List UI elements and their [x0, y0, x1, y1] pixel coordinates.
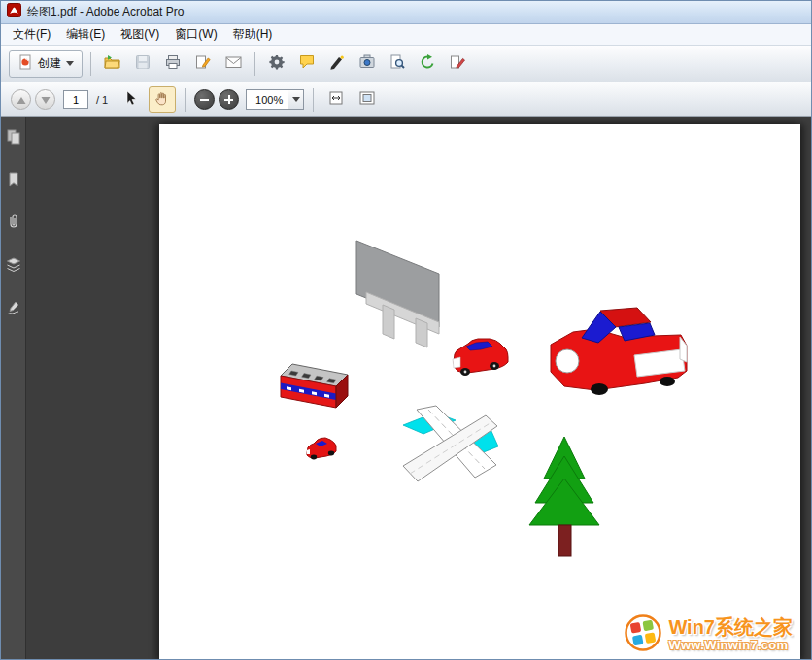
drawing-car-large — [551, 308, 687, 395]
drawing-train — [281, 364, 348, 408]
hand-icon — [154, 90, 170, 110]
search-icon — [389, 54, 405, 74]
plus-icon — [224, 95, 233, 104]
print-button[interactable] — [159, 50, 186, 77]
sidebar-layers-button[interactable] — [3, 257, 24, 277]
sidebar-signatures-button[interactable] — [3, 300, 24, 319]
toolbar-separator — [313, 88, 314, 112]
paperclip-icon — [5, 214, 22, 235]
drawing-car-small — [453, 339, 508, 376]
open-button[interactable] — [99, 50, 126, 77]
page-number-input[interactable] — [63, 90, 88, 109]
minus-icon — [200, 99, 209, 101]
zoom-dropdown-button[interactable] — [288, 89, 304, 110]
export-button[interactable] — [414, 50, 441, 77]
pdf-drawing-canvas — [159, 124, 800, 659]
menu-window[interactable]: 窗口(W) — [167, 23, 224, 46]
previous-page-button[interactable] — [11, 89, 31, 110]
gear-icon — [269, 54, 285, 74]
edit-button[interactable] — [444, 50, 471, 77]
watermark-site-url: Www.Winwin7.com — [668, 639, 793, 653]
cursor-icon — [124, 90, 138, 110]
chevron-down-icon — [292, 97, 300, 102]
pages-icon — [5, 128, 22, 149]
export-icon — [420, 54, 435, 74]
toolbar-separator — [254, 52, 255, 76]
drawing-road-crossing — [403, 406, 498, 481]
envelope-icon — [225, 55, 242, 73]
signature-pen-icon — [5, 299, 22, 320]
sidebar-bookmarks-button[interactable] — [3, 172, 24, 191]
signature-icon — [329, 54, 345, 74]
titlebar: 绘图1.pdf - Adobe Acrobat Pro — [1, 1, 811, 24]
zoom-in-button[interactable] — [219, 89, 239, 110]
search-button[interactable] — [384, 50, 411, 77]
save-button[interactable] — [129, 50, 156, 77]
tools-button[interactable] — [263, 50, 290, 77]
drawing-billboard — [356, 241, 439, 347]
menu-view[interactable]: 视图(V) — [113, 23, 167, 46]
zoom-level-value[interactable]: 100% — [246, 89, 288, 110]
arrow-up-icon — [17, 91, 26, 109]
compose-button[interactable] — [189, 50, 217, 77]
snapshot-button[interactable] — [354, 50, 381, 77]
bookmark-icon — [5, 171, 22, 192]
create-button-label: 创建 — [38, 55, 61, 72]
compose-icon — [195, 54, 211, 74]
page-count-label: / 1 — [96, 94, 108, 106]
pencil-icon — [450, 54, 465, 74]
drawing-tree — [529, 437, 599, 556]
sidebar-pages-button[interactable] — [3, 129, 24, 148]
drawing-car-tiny — [307, 438, 337, 459]
menu-help[interactable]: 帮助(H) — [225, 23, 281, 46]
zoom-out-button[interactable] — [194, 89, 215, 110]
save-icon — [135, 54, 151, 74]
toolbar-separator — [185, 88, 186, 112]
main-toolbar: 创建 — [1, 46, 811, 82]
fit-width-icon — [327, 90, 345, 110]
hand-tool-button[interactable] — [149, 86, 176, 113]
arrow-down-icon — [41, 91, 51, 109]
open-folder-icon — [104, 54, 121, 74]
watermark-logo-icon — [625, 614, 661, 655]
speech-bubble-icon — [299, 54, 315, 74]
document-area: Win7系统之家 Www.Winwin7.com — [26, 117, 811, 659]
create-button[interactable]: 创建 — [9, 50, 83, 78]
menubar: 文件(F) 编辑(E) 视图(V) 窗口(W) 帮助(H) — [1, 24, 811, 46]
navigation-pane-strip — [1, 117, 26, 659]
fit-page-button[interactable] — [354, 86, 381, 113]
nav-toolbar: / 1 100% — [1, 82, 811, 117]
watermark: Win7系统之家 Www.Winwin7.com — [625, 614, 793, 655]
watermark-site-name: Win7系统之家 — [668, 616, 793, 639]
window-title: 绘图1.pdf - Adobe Acrobat Pro — [27, 4, 184, 20]
pdf-page[interactable]: Win7系统之家 Www.Winwin7.com — [159, 124, 800, 659]
fit-width-button[interactable] — [322, 86, 350, 113]
toolbar-separator — [90, 52, 91, 76]
fit-page-icon — [358, 90, 376, 110]
chevron-down-icon — [66, 61, 74, 66]
workspace: Win7系统之家 Www.Winwin7.com — [1, 117, 811, 659]
print-icon — [165, 54, 181, 74]
acrobat-app-icon — [7, 3, 21, 21]
acrobat-create-pdf-icon — [17, 54, 33, 73]
select-tool-button[interactable] — [118, 86, 145, 113]
zoom-level-control: 100% — [246, 89, 304, 110]
email-button[interactable] — [220, 50, 247, 77]
menu-edit[interactable]: 编辑(E) — [58, 23, 113, 46]
next-page-button[interactable] — [35, 89, 55, 110]
sign-button[interactable] — [323, 50, 351, 77]
acrobat-window: 绘图1.pdf - Adobe Acrobat Pro 文件(F) 编辑(E) … — [0, 0, 812, 660]
sidebar-attachments-button[interactable] — [3, 214, 24, 234]
comment-button[interactable] — [293, 50, 321, 77]
camera-icon — [359, 54, 375, 73]
layers-icon — [5, 256, 22, 278]
menu-file[interactable]: 文件(F) — [5, 23, 58, 46]
